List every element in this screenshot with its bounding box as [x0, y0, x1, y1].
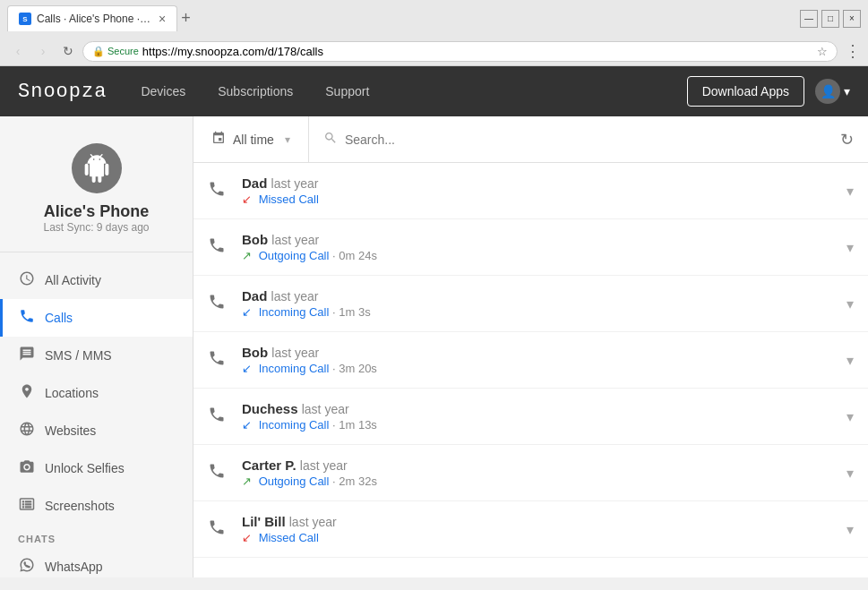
- back-button[interactable]: ‹: [7, 40, 29, 62]
- device-icon: [72, 143, 122, 193]
- call-direction-icon: ↙: [242, 362, 252, 375]
- call-type-label: Outgoing Call: [259, 249, 330, 262]
- forward-button[interactable]: ›: [32, 40, 54, 62]
- tab-close-button[interactable]: ×: [159, 12, 166, 26]
- search-icon: [323, 131, 338, 148]
- call-expand-button[interactable]: ▾: [847, 408, 854, 425]
- app-logo: Snoopza: [18, 81, 107, 103]
- call-type: ↙ Missed Call: [242, 531, 839, 544]
- user-dropdown-arrow: ▾: [844, 84, 850, 98]
- search-box: [309, 131, 826, 148]
- tab-favicon: S: [19, 13, 31, 25]
- locations-icon: [18, 383, 36, 403]
- call-expand-button[interactable]: ▾: [847, 239, 854, 256]
- phone-icon: [208, 406, 229, 428]
- call-duration: · 2m 32s: [332, 475, 377, 488]
- sidebar-item-sms[interactable]: SMS / MMS: [0, 337, 193, 374]
- call-direction-icon: ↗: [242, 475, 252, 488]
- sidebar-label-unlock-selfies: Unlock Selfies: [45, 461, 125, 475]
- call-name: Carter P. last year: [242, 457, 839, 473]
- sidebar-item-all-activity[interactable]: All Activity: [0, 261, 193, 299]
- phone-icon: [208, 518, 229, 541]
- lock-icon: 🔒: [92, 46, 105, 57]
- time-filter[interactable]: All time ▾: [193, 116, 309, 162]
- maximize-button[interactable]: □: [821, 10, 839, 28]
- call-expand-button[interactable]: ▾: [847, 352, 854, 369]
- nav-support[interactable]: Support: [318, 81, 376, 102]
- call-name: Bob last year: [242, 232, 839, 247]
- nav-subscriptions[interactable]: Subscriptions: [211, 81, 300, 102]
- url-text: https://my.snoopza.com/d/178/calls: [142, 45, 323, 58]
- call-type-label: Outgoing Call: [259, 475, 330, 488]
- sidebar-label-websites: Websites: [45, 423, 96, 438]
- filter-bar: All time ▾ ↻: [193, 116, 868, 163]
- sidebar-item-calls[interactable]: Calls: [0, 299, 193, 337]
- call-name: Lil' Bill last year: [242, 514, 839, 529]
- websites-icon: [18, 421, 36, 440]
- call-time: last year: [289, 515, 337, 529]
- whatsapp-icon: [18, 557, 36, 577]
- call-direction-icon: ↙: [242, 531, 252, 544]
- sidebar-label-sms: SMS / MMS: [45, 348, 112, 363]
- call-list-item[interactable]: Carter P. last year ↗ Outgoing Call · 2m…: [193, 445, 868, 501]
- call-time: last year: [302, 402, 349, 416]
- caller-name: Duchess: [242, 401, 298, 416]
- call-type: ↙ Incoming Call · 3m 20s: [242, 362, 839, 375]
- download-apps-button[interactable]: Download Apps: [687, 76, 804, 107]
- caller-name: Bob: [242, 345, 268, 360]
- main-area: All time ▾ ↻ Dad last year ↙ Missed: [193, 116, 868, 577]
- address-bar[interactable]: 🔒 Secure https://my.snoopza.com/d/178/ca…: [82, 41, 838, 62]
- call-expand-button[interactable]: ▾: [847, 183, 854, 200]
- title-bar: S Calls · Alice's Phone · Sno × + — □ ×: [0, 0, 868, 37]
- sidebar: Alice's Phone Last Sync: 9 days ago All …: [0, 116, 193, 577]
- call-list-item[interactable]: Dad last year ↙ Missed Call ▾: [193, 163, 868, 219]
- time-filter-arrow: ▾: [285, 133, 290, 146]
- call-list-item[interactable]: Bob last year ↗ Outgoing Call · 0m 24s ▾: [193, 219, 868, 276]
- refresh-button[interactable]: ↻: [826, 130, 868, 150]
- call-time: last year: [271, 289, 319, 304]
- search-input[interactable]: [345, 133, 812, 147]
- screenshots-icon: [18, 496, 36, 516]
- call-list: Dad last year ↙ Missed Call ▾ Bob last y…: [193, 163, 868, 577]
- call-expand-button[interactable]: ▾: [847, 295, 854, 312]
- call-list-item[interactable]: Dad last year ↙ Incoming Call · 1m 3s ▾: [193, 276, 868, 332]
- sidebar-item-unlock-selfies[interactable]: Unlock Selfies: [0, 449, 193, 487]
- sidebar-item-screenshots[interactable]: Screenshots: [0, 487, 193, 525]
- call-type: ↙ Incoming Call · 1m 13s: [242, 418, 839, 432]
- secure-label: Secure: [107, 46, 139, 56]
- unlock-selfies-icon: [18, 458, 36, 478]
- call-list-item[interactable]: Duchess last year ↙ Incoming Call · 1m 1…: [193, 389, 868, 445]
- user-menu-button[interactable]: 👤 ▾: [815, 79, 850, 104]
- calls-icon: [18, 308, 36, 328]
- call-type-label: Incoming Call: [259, 305, 330, 319]
- chats-section-label: CHATS: [0, 525, 193, 548]
- sms-icon: [18, 346, 36, 365]
- call-details: Carter P. last year ↗ Outgoing Call · 2m…: [242, 457, 839, 488]
- browser-tab[interactable]: S Calls · Alice's Phone · Sno ×: [7, 5, 177, 31]
- nav-devices[interactable]: Devices: [133, 81, 193, 102]
- browser-menu-button[interactable]: ⋮: [845, 41, 861, 61]
- call-expand-button[interactable]: ▾: [847, 521, 854, 538]
- call-list-item[interactable]: Bob last year ↙ Incoming Call · 3m 20s ▾: [193, 332, 868, 389]
- close-button[interactable]: ×: [843, 10, 861, 28]
- minimize-button[interactable]: —: [800, 10, 818, 28]
- sidebar-label-all-activity: All Activity: [45, 273, 101, 287]
- call-type: ↙ Incoming Call · 1m 3s: [242, 305, 839, 319]
- phone-icon: [208, 462, 229, 484]
- call-duration: · 3m 20s: [332, 362, 377, 375]
- calendar-icon: [211, 131, 226, 148]
- device-name: Alice's Phone: [18, 202, 175, 221]
- sidebar-item-locations[interactable]: Locations: [0, 374, 193, 412]
- bookmark-button[interactable]: ☆: [817, 45, 828, 58]
- call-list-item[interactable]: Lil' Bill last year ↙ Missed Call ▾: [193, 501, 868, 558]
- sidebar-item-whatsapp[interactable]: WhatsApp: [0, 548, 193, 577]
- call-expand-button[interactable]: ▾: [847, 465, 854, 482]
- time-filter-label: All time: [233, 133, 274, 147]
- call-duration: · 0m 24s: [332, 249, 377, 262]
- caller-name: Bob: [242, 232, 268, 247]
- new-tab-button[interactable]: +: [181, 9, 191, 28]
- call-name: Duchess last year: [242, 401, 839, 416]
- sidebar-item-websites[interactable]: Websites: [0, 412, 193, 449]
- reload-button[interactable]: ↻: [57, 40, 79, 62]
- phone-icon: [208, 180, 229, 202]
